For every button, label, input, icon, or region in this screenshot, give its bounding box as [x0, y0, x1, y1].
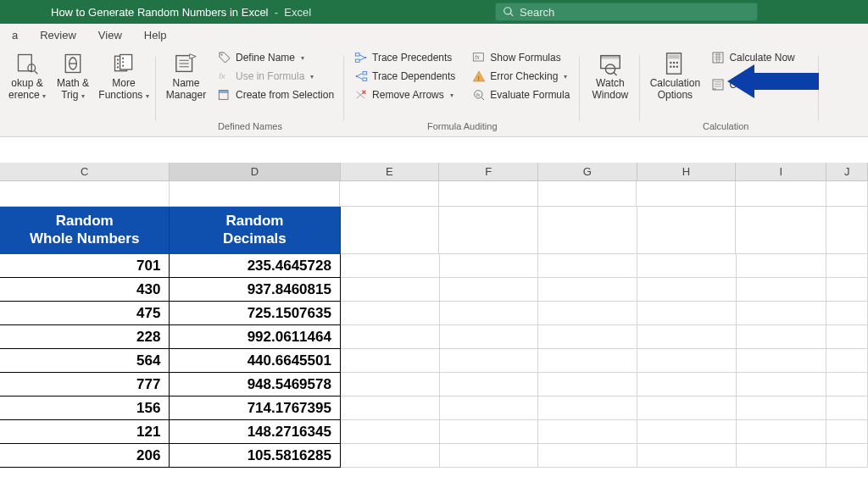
cell[interactable] — [826, 278, 868, 302]
search-box[interactable]: Search — [495, 3, 758, 21]
cell[interactable] — [637, 396, 737, 420]
cell[interactable] — [737, 396, 827, 420]
cell[interactable] — [538, 181, 637, 207]
lookup-reference-button[interactable]: okup &erence ▾ — [7, 49, 47, 119]
cell[interactable] — [826, 207, 868, 254]
cell[interactable] — [637, 420, 737, 444]
evaluate-formula-button[interactable]: fx Evaluate Formula — [469, 86, 573, 103]
cell[interactable] — [440, 325, 539, 349]
cell[interactable] — [736, 181, 826, 207]
tab-view[interactable]: View — [90, 26, 131, 44]
cell[interactable]: 430 — [0, 278, 170, 302]
col-header[interactable]: C — [0, 163, 170, 180]
cell[interactable]: 701 — [0, 254, 170, 278]
cell[interactable] — [341, 444, 440, 468]
cell[interactable] — [737, 254, 827, 278]
cell[interactable] — [439, 181, 538, 207]
table-header[interactable]: Random Decimals — [170, 207, 340, 254]
more-functions-button[interactable]: MoreFunctions ▾ — [98, 49, 149, 119]
cell[interactable] — [637, 181, 736, 207]
cell[interactable] — [341, 254, 440, 278]
cell[interactable] — [637, 349, 737, 373]
cell[interactable] — [736, 207, 826, 254]
use-in-formula-button[interactable]: fx Use in Formula▾ — [214, 68, 337, 85]
cell[interactable] — [538, 444, 637, 468]
cell[interactable] — [826, 444, 868, 468]
tab-review[interactable]: Review — [31, 26, 85, 44]
cell[interactable]: 156 — [0, 396, 170, 420]
cell[interactable] — [341, 349, 440, 373]
cell[interactable] — [637, 207, 737, 254]
cell[interactable] — [341, 325, 440, 349]
cell[interactable] — [737, 420, 827, 444]
cell[interactable] — [826, 420, 868, 444]
cell[interactable] — [538, 254, 637, 278]
cell[interactable] — [538, 207, 637, 254]
cell[interactable] — [826, 396, 868, 420]
calculation-options-button[interactable]: Calculation Options — [647, 49, 703, 119]
cell[interactable] — [0, 181, 170, 207]
col-header[interactable]: G — [538, 163, 637, 180]
cell[interactable] — [170, 181, 340, 207]
cell[interactable] — [341, 396, 440, 420]
col-header[interactable]: F — [439, 163, 538, 180]
cell[interactable] — [538, 396, 637, 420]
cell[interactable]: 937.8460815 — [170, 278, 340, 302]
cell[interactable] — [440, 420, 539, 444]
cell[interactable]: 206 — [0, 444, 170, 468]
cell[interactable] — [737, 278, 827, 302]
cell[interactable] — [637, 373, 737, 396]
cell[interactable] — [538, 302, 637, 325]
col-header[interactable]: D — [170, 163, 340, 180]
cell[interactable] — [826, 181, 868, 207]
cell[interactable] — [440, 278, 539, 302]
cell[interactable] — [341, 302, 440, 325]
col-header[interactable]: I — [736, 163, 826, 180]
cell[interactable] — [440, 349, 539, 373]
cell[interactable]: 948.5469578 — [170, 373, 340, 396]
cell[interactable]: 777 — [0, 373, 170, 396]
cell[interactable] — [439, 207, 538, 254]
cell[interactable] — [341, 207, 440, 254]
remove-arrows-button[interactable]: Remove Arrows▾ — [351, 86, 459, 103]
cell[interactable] — [440, 373, 539, 396]
cell[interactable] — [341, 373, 440, 396]
cell[interactable] — [341, 420, 440, 444]
cell[interactable] — [538, 373, 637, 396]
cell[interactable]: 148.2716345 — [170, 420, 340, 444]
math-trig-button[interactable]: Math &Trig ▾ — [53, 49, 93, 119]
watch-window-button[interactable]: Watch Window — [587, 49, 633, 119]
cell[interactable] — [637, 254, 737, 278]
trace-dependents-button[interactable]: Trace Dependents — [351, 68, 459, 85]
cell[interactable]: 121 — [0, 420, 170, 444]
cell[interactable] — [341, 278, 440, 302]
show-formulas-button[interactable]: fx Show Formulas — [469, 49, 573, 66]
create-from-selection-button[interactable]: Create from Selection — [214, 86, 337, 103]
table-header[interactable]: Random Whole Numbers — [0, 207, 170, 254]
cell[interactable] — [826, 254, 868, 278]
cell[interactable] — [440, 302, 539, 325]
cell[interactable]: 440.6645501 — [170, 349, 340, 373]
col-header[interactable]: J — [826, 163, 868, 180]
cell[interactable] — [826, 325, 868, 349]
cell[interactable] — [440, 396, 539, 420]
col-header[interactable]: H — [637, 163, 737, 180]
cell[interactable]: 564 — [0, 349, 170, 373]
define-name-button[interactable]: Define Name▾ — [214, 49, 337, 66]
cell[interactable]: 105.5816285 — [170, 444, 340, 468]
tab-help[interactable]: Help — [136, 26, 175, 44]
cell[interactable] — [440, 254, 539, 278]
cell[interactable]: 714.1767395 — [170, 396, 340, 420]
cell[interactable] — [826, 373, 868, 396]
cell[interactable] — [637, 325, 737, 349]
cell[interactable] — [637, 444, 737, 468]
name-manager-button[interactable]: Name Manager — [163, 49, 209, 119]
trace-precedents-button[interactable]: Trace Precedents — [351, 49, 459, 66]
cell[interactable]: 992.0611464 — [170, 325, 340, 349]
cell[interactable] — [538, 420, 637, 444]
cell[interactable] — [538, 349, 637, 373]
col-header[interactable]: E — [341, 163, 440, 180]
cell[interactable] — [737, 325, 827, 349]
cell[interactable]: 475 — [0, 302, 170, 325]
cell[interactable] — [440, 444, 539, 468]
